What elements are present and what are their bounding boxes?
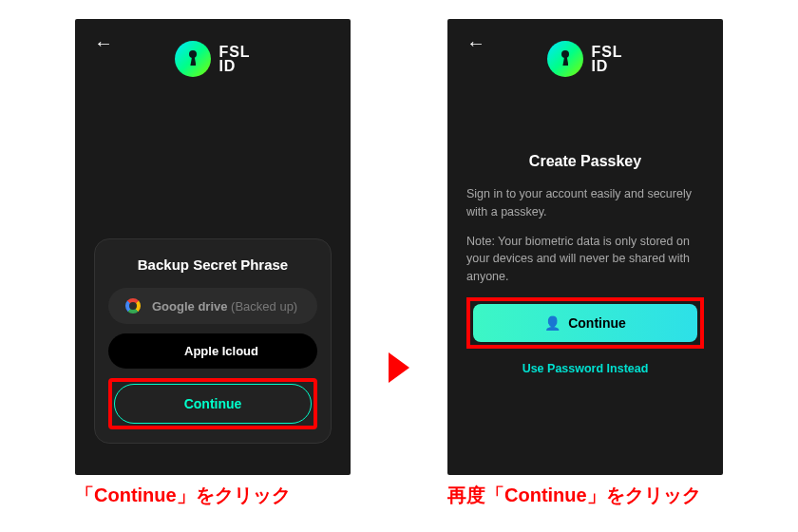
brand-text: FSL ID [218, 45, 250, 73]
apple-icloud-option[interactable]: Apple Icloud [108, 333, 317, 369]
back-arrow-icon[interactable]: ← [466, 32, 485, 54]
phone-screen-passkey: ← FSL ID Create Passkey Sign in to your … [447, 19, 723, 475]
continue-label: Continue [568, 315, 626, 331]
brand-logo: FSL ID [94, 41, 332, 77]
backup-card: Backup Secret Phrase Google drive (Backe… [94, 238, 332, 444]
continue-button[interactable]: Continue [114, 384, 312, 424]
right-caption: 再度「Continue」をクリック [447, 483, 723, 507]
passkey-title: Create Passkey [466, 153, 704, 170]
continue-button[interactable]: 👤 Continue [473, 304, 697, 342]
continue-highlight: 👤 Continue [466, 297, 704, 349]
google-drive-option[interactable]: Google drive (Backed up) [108, 288, 317, 324]
passkey-description-1: Sign in to your account easily and secur… [466, 185, 704, 221]
google-icon [125, 298, 141, 314]
left-caption: 「Continue」をクリック [75, 483, 351, 507]
brand-text: FSL ID [591, 45, 622, 73]
google-status: (Backed up) [231, 299, 297, 314]
brand-logo: FSL ID [466, 41, 704, 77]
phone-screen-backup: ← FSL ID Backup Secret Phrase Google dri… [75, 19, 351, 475]
person-plus-icon: 👤 [544, 315, 560, 331]
flow-arrow-icon [389, 352, 409, 383]
back-arrow-icon[interactable]: ← [94, 32, 113, 54]
apple-label: Apple Icloud [184, 344, 258, 358]
use-password-link[interactable]: Use Password Instead [466, 362, 704, 375]
keyhole-icon [175, 41, 211, 77]
passkey-description-2: Note: Your biometric data is only stored… [466, 233, 704, 286]
keyhole-icon [547, 41, 583, 77]
backup-card-title: Backup Secret Phrase [108, 256, 317, 273]
continue-highlight: Continue [108, 378, 317, 429]
google-label: Google drive [152, 299, 227, 314]
